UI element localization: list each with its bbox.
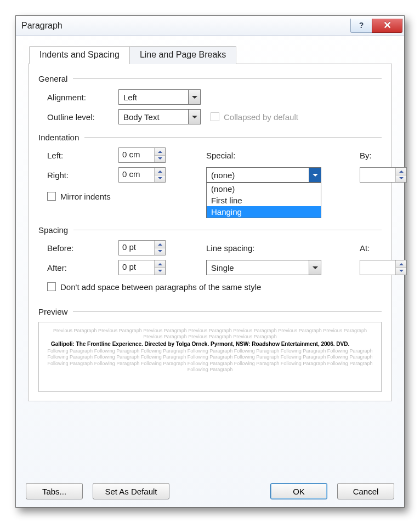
indent-left-spinner[interactable]: 0 cm [118, 147, 166, 163]
tab-panel: General Alignment: Left Outline level: B… [28, 64, 392, 401]
preview-box: Previous Paragraph Previous Paragraph Pr… [38, 322, 382, 392]
titlebar: Paragraph ? ✕ [16, 16, 404, 36]
after-spinner[interactable]: 0 pt [118, 260, 166, 275]
chevron-down-icon [309, 260, 321, 275]
at-label: At: [360, 243, 409, 253]
spinner-buttons-icon [154, 260, 165, 275]
no-space-same-style-checkbox[interactable]: Don't add space between paragraphs of th… [47, 282, 261, 292]
cancel-button[interactable]: Cancel [337, 483, 394, 499]
question-icon: ? [359, 21, 364, 30]
tabs-button[interactable]: Tabs... [26, 483, 83, 499]
alignment-label: Alignment: [47, 93, 118, 102]
preview-sample: Gallipoli: The Frontline Experience. Dir… [47, 340, 373, 349]
by-label: By: [360, 151, 409, 160]
tab-indents-spacing[interactable]: Indents and Spacing [29, 46, 130, 64]
spinner-buttons-icon [395, 260, 406, 275]
chevron-down-icon [309, 168, 321, 182]
close-icon: ✕ [383, 19, 391, 31]
tab-line-page-breaks[interactable]: Line and Page Breaks [129, 46, 236, 64]
outline-level-select[interactable]: Body Text [118, 109, 201, 124]
special-option-none[interactable]: (none) [207, 183, 321, 195]
before-label: Before: [47, 243, 118, 253]
spinner-buttons-icon [154, 241, 165, 255]
special-option-firstline[interactable]: First line [207, 195, 321, 206]
collapsed-checkbox: Collapsed by default [211, 112, 298, 122]
section-indentation: Indentation [38, 133, 382, 142]
alignment-select[interactable]: Left [118, 89, 201, 105]
outline-level-label: Outline level: [47, 112, 118, 122]
preview-following: Following Paragraph Following Paragraph … [47, 348, 373, 373]
close-button[interactable]: ✕ [372, 19, 402, 33]
checkbox-icon [47, 192, 56, 201]
section-spacing: Spacing [38, 225, 382, 235]
special-option-hanging[interactable]: Hanging [207, 206, 321, 218]
section-general: General [38, 74, 382, 83]
checkbox-icon [211, 112, 219, 121]
set-as-default-button[interactable]: Set As Default [93, 483, 169, 499]
mirror-indents-checkbox[interactable]: Mirror indents [47, 192, 111, 201]
dialog-title: Paragraph [21, 21, 63, 31]
line-spacing-select[interactable]: Single [206, 260, 321, 275]
spinner-buttons-icon [154, 148, 165, 162]
ok-button[interactable]: OK [270, 483, 327, 499]
special-dropdown: (none) First line Hanging [206, 183, 321, 218]
chevron-down-icon [188, 90, 200, 104]
indent-right-label: Right: [47, 170, 118, 180]
paragraph-dialog: Paragraph ? ✕ Indents and Spacing Line a… [15, 15, 405, 508]
chevron-down-icon [188, 110, 200, 124]
at-spinner[interactable] [360, 260, 407, 275]
special-select[interactable]: (none) (none) First line Hanging [206, 167, 321, 183]
section-preview: Preview [38, 307, 382, 316]
before-spinner[interactable]: 0 pt [118, 240, 166, 255]
spinner-buttons-icon [154, 168, 165, 182]
preview-previous: Previous Paragraph Previous Paragraph Pr… [47, 328, 373, 340]
checkbox-icon [47, 282, 56, 291]
by-spinner[interactable] [360, 167, 407, 183]
spinner-buttons-icon [395, 168, 406, 182]
dialog-footer: Tabs... Set As Default OK Cancel [16, 477, 404, 507]
indent-right-spinner[interactable]: 0 cm [118, 167, 166, 183]
line-spacing-label: Line spacing: [206, 243, 332, 253]
special-label: Special: [206, 151, 332, 160]
help-button[interactable]: ? [350, 19, 372, 33]
after-label: After: [47, 263, 118, 272]
tab-strip: Indents and Spacing Line and Page Breaks [28, 46, 392, 64]
indent-left-label: Left: [47, 151, 118, 160]
